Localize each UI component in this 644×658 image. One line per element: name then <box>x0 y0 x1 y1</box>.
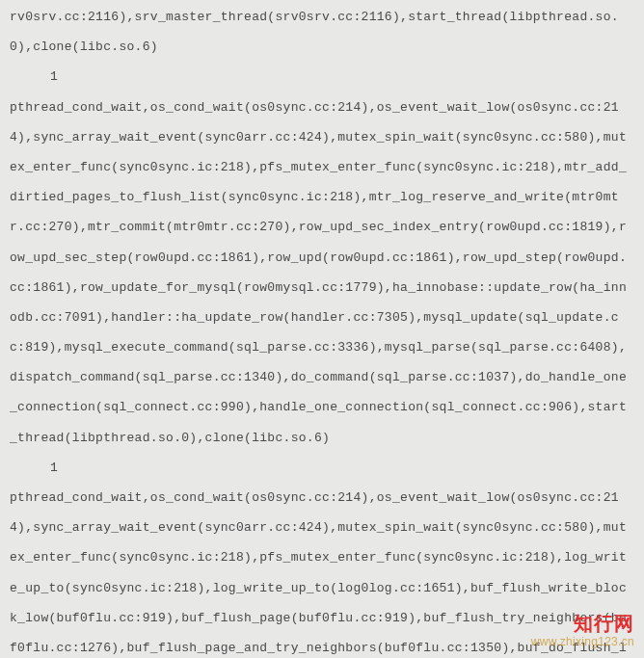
thread-count: 1 <box>10 62 634 92</box>
stack-trace: pthread_cond_wait,os_cond_wait(os0sync.c… <box>10 483 634 658</box>
stack-trace: pthread_cond_wait,os_cond_wait(os0sync.c… <box>10 92 634 453</box>
code-content: rv0srv.cc:2116),srv_master_thread(srv0sr… <box>10 2 634 658</box>
thread-count: 1 <box>10 453 634 483</box>
stack-trace: rv0srv.cc:2116),srv_master_thread(srv0sr… <box>10 2 634 62</box>
